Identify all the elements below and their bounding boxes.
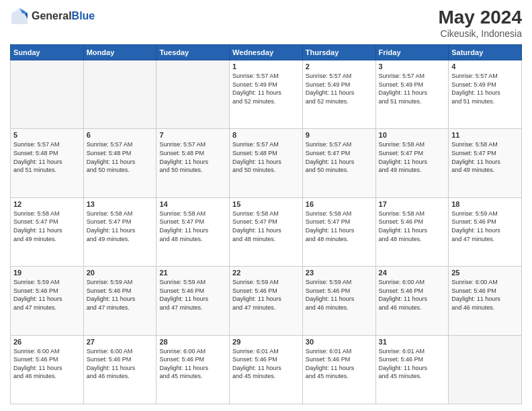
calendar-cell: 29Sunrise: 6:01 AM Sunset: 5:46 PM Dayli… — [230, 335, 303, 404]
calendar-cell: 18Sunrise: 5:59 AM Sunset: 5:46 PM Dayli… — [449, 197, 522, 266]
day-info: Sunrise: 6:01 AM Sunset: 5:46 PM Dayligh… — [379, 347, 446, 381]
day-info: Sunrise: 6:00 AM Sunset: 5:46 PM Dayligh… — [87, 347, 154, 381]
calendar-cell: 15Sunrise: 5:58 AM Sunset: 5:47 PM Dayli… — [230, 197, 303, 266]
day-info: Sunrise: 5:57 AM Sunset: 5:48 PM Dayligh… — [232, 140, 300, 174]
day-number: 11 — [451, 131, 519, 139]
day-info: Sunrise: 5:57 AM Sunset: 5:47 PM Dayligh… — [306, 140, 373, 174]
calendar-cell: 13Sunrise: 5:58 AM Sunset: 5:47 PM Dayli… — [83, 197, 157, 266]
day-number: 24 — [379, 269, 446, 277]
day-info: Sunrise: 6:00 AM Sunset: 5:46 PM Dayligh… — [451, 278, 519, 312]
calendar-cell: 14Sunrise: 5:58 AM Sunset: 5:47 PM Dayli… — [157, 197, 230, 266]
day-number: 9 — [306, 131, 373, 139]
weekday-header-tuesday: Tuesday — [157, 45, 230, 60]
calendar-cell — [449, 335, 522, 404]
day-info: Sunrise: 5:58 AM Sunset: 5:47 PM Dayligh… — [232, 210, 300, 243]
calendar-cell: 28Sunrise: 6:00 AM Sunset: 5:46 PM Dayli… — [157, 335, 230, 404]
calendar-cell — [157, 60, 230, 129]
day-number: 20 — [87, 269, 154, 277]
svg-marker-1 — [11, 8, 28, 24]
day-info: Sunrise: 5:57 AM Sunset: 5:48 PM Dayligh… — [13, 140, 81, 174]
weekday-header-wednesday: Wednesday — [230, 45, 303, 60]
day-info: Sunrise: 5:57 AM Sunset: 5:49 PM Dayligh… — [232, 72, 300, 105]
day-number: 23 — [306, 269, 373, 277]
day-info: Sunrise: 5:57 AM Sunset: 5:48 PM Dayligh… — [159, 140, 226, 174]
calendar-cell: 6Sunrise: 5:57 AM Sunset: 5:48 PM Daylig… — [83, 129, 157, 197]
calendar-cell: 11Sunrise: 5:58 AM Sunset: 5:47 PM Dayli… — [449, 129, 522, 197]
day-info: Sunrise: 5:59 AM Sunset: 5:46 PM Dayligh… — [159, 278, 226, 312]
day-info: Sunrise: 5:59 AM Sunset: 5:46 PM Dayligh… — [232, 278, 300, 312]
day-info: Sunrise: 6:00 AM Sunset: 5:46 PM Dayligh… — [379, 278, 446, 312]
page: GeneralBlue May 2024 Cikeusik, Indonesia… — [0, 0, 532, 411]
day-number: 26 — [13, 338, 81, 346]
calendar-cell: 23Sunrise: 5:59 AM Sunset: 5:46 PM Dayli… — [302, 267, 375, 335]
day-info: Sunrise: 5:57 AM Sunset: 5:49 PM Dayligh… — [451, 72, 519, 105]
day-info: Sunrise: 5:59 AM Sunset: 5:46 PM Dayligh… — [87, 278, 154, 312]
calendar-week-5: 26Sunrise: 6:00 AM Sunset: 5:46 PM Dayli… — [11, 335, 522, 404]
day-number: 4 — [451, 62, 519, 71]
day-number: 8 — [232, 131, 300, 139]
day-number: 31 — [379, 338, 446, 346]
calendar-cell: 5Sunrise: 5:57 AM Sunset: 5:48 PM Daylig… — [11, 129, 84, 197]
calendar-cell: 24Sunrise: 6:00 AM Sunset: 5:46 PM Dayli… — [375, 267, 449, 335]
day-info: Sunrise: 5:58 AM Sunset: 5:47 PM Dayligh… — [13, 210, 81, 243]
day-number: 6 — [87, 131, 154, 139]
calendar-cell: 25Sunrise: 6:00 AM Sunset: 5:46 PM Dayli… — [449, 267, 522, 335]
logo-text: GeneralBlue — [32, 10, 95, 22]
title-block: May 2024 Cikeusik, Indonesia — [438, 7, 522, 39]
day-info: Sunrise: 5:58 AM Sunset: 5:47 PM Dayligh… — [451, 140, 519, 174]
day-info: Sunrise: 5:59 AM Sunset: 5:46 PM Dayligh… — [13, 278, 81, 312]
day-number: 16 — [306, 200, 373, 208]
weekday-header-friday: Friday — [375, 45, 449, 60]
day-info: Sunrise: 5:58 AM Sunset: 5:47 PM Dayligh… — [379, 140, 446, 174]
month-year: May 2024 — [438, 7, 522, 28]
day-number: 7 — [159, 131, 226, 139]
day-number: 30 — [306, 338, 373, 346]
calendar-cell: 20Sunrise: 5:59 AM Sunset: 5:46 PM Dayli… — [83, 267, 157, 335]
calendar-table: SundayMondayTuesdayWednesdayThursdayFrid… — [10, 44, 522, 404]
day-number: 12 — [13, 200, 81, 208]
day-number: 17 — [379, 200, 446, 208]
day-info: Sunrise: 5:57 AM Sunset: 5:49 PM Dayligh… — [379, 72, 446, 105]
calendar-week-2: 5Sunrise: 5:57 AM Sunset: 5:48 PM Daylig… — [11, 129, 522, 197]
day-info: Sunrise: 5:57 AM Sunset: 5:49 PM Dayligh… — [306, 72, 373, 105]
day-number: 27 — [87, 338, 154, 346]
calendar-cell: 17Sunrise: 5:58 AM Sunset: 5:46 PM Dayli… — [375, 197, 449, 266]
day-number: 18 — [451, 200, 519, 208]
location: Cikeusik, Indonesia — [438, 28, 522, 39]
calendar-cell: 10Sunrise: 5:58 AM Sunset: 5:47 PM Dayli… — [375, 129, 449, 197]
day-number: 15 — [232, 200, 300, 208]
day-info: Sunrise: 5:58 AM Sunset: 5:47 PM Dayligh… — [306, 210, 373, 243]
day-number: 19 — [13, 269, 81, 277]
day-number: 25 — [451, 269, 519, 277]
logo-icon — [10, 7, 29, 26]
weekday-header-row: SundayMondayTuesdayWednesdayThursdayFrid… — [11, 45, 522, 60]
day-number: 2 — [306, 62, 373, 71]
day-number: 3 — [379, 62, 446, 71]
weekday-header-saturday: Saturday — [449, 45, 522, 60]
calendar-cell: 3Sunrise: 5:57 AM Sunset: 5:49 PM Daylig… — [375, 60, 449, 129]
calendar-cell: 26Sunrise: 6:00 AM Sunset: 5:46 PM Dayli… — [11, 335, 84, 404]
calendar-cell: 7Sunrise: 5:57 AM Sunset: 5:48 PM Daylig… — [157, 129, 230, 197]
calendar-week-3: 12Sunrise: 5:58 AM Sunset: 5:47 PM Dayli… — [11, 197, 522, 266]
calendar-cell: 21Sunrise: 5:59 AM Sunset: 5:46 PM Dayli… — [157, 267, 230, 335]
day-info: Sunrise: 5:57 AM Sunset: 5:48 PM Dayligh… — [87, 140, 154, 174]
day-number: 22 — [232, 269, 300, 277]
day-number: 1 — [232, 62, 300, 71]
calendar-cell: 16Sunrise: 5:58 AM Sunset: 5:47 PM Dayli… — [302, 197, 375, 266]
calendar-cell: 22Sunrise: 5:59 AM Sunset: 5:46 PM Dayli… — [230, 267, 303, 335]
day-info: Sunrise: 5:59 AM Sunset: 5:46 PM Dayligh… — [451, 210, 519, 243]
calendar-cell: 1Sunrise: 5:57 AM Sunset: 5:49 PM Daylig… — [230, 60, 303, 129]
day-number: 21 — [159, 269, 226, 277]
day-info: Sunrise: 5:58 AM Sunset: 5:47 PM Dayligh… — [159, 210, 226, 243]
day-info: Sunrise: 5:59 AM Sunset: 5:46 PM Dayligh… — [306, 278, 373, 312]
day-info: Sunrise: 6:00 AM Sunset: 5:46 PM Dayligh… — [13, 347, 81, 381]
calendar-cell — [83, 60, 157, 129]
calendar-cell: 8Sunrise: 5:57 AM Sunset: 5:48 PM Daylig… — [230, 129, 303, 197]
day-number: 13 — [87, 200, 154, 208]
day-number: 14 — [159, 200, 226, 208]
calendar-cell: 4Sunrise: 5:57 AM Sunset: 5:49 PM Daylig… — [449, 60, 522, 129]
day-info: Sunrise: 6:00 AM Sunset: 5:46 PM Dayligh… — [159, 347, 226, 381]
calendar-cell: 12Sunrise: 5:58 AM Sunset: 5:47 PM Dayli… — [11, 197, 84, 266]
day-number: 10 — [379, 131, 446, 139]
day-info: Sunrise: 5:58 AM Sunset: 5:46 PM Dayligh… — [379, 210, 446, 243]
